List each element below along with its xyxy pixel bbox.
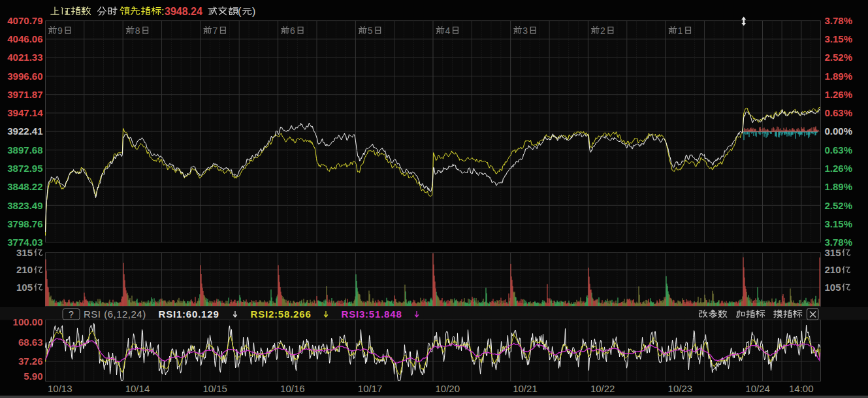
svg-text:37.26: 37.26	[18, 356, 43, 367]
svg-text:3.15%: 3.15%	[825, 33, 853, 44]
svg-text:105: 105	[16, 282, 33, 293]
svg-text:3: 3	[522, 25, 528, 36]
svg-text:3996.60: 3996.60	[7, 71, 42, 82]
svg-text:1.26%: 1.26%	[825, 89, 853, 100]
svg-text:0.63%: 0.63%	[825, 144, 853, 156]
svg-text:210: 210	[825, 264, 841, 275]
svg-text:10/20: 10/20	[436, 383, 460, 394]
svg-text:4: 4	[445, 25, 451, 36]
svg-text:2.52%: 2.52%	[825, 200, 853, 211]
svg-text:210: 210	[16, 264, 33, 275]
svg-text:7: 7	[212, 25, 217, 36]
svg-text:3947.14: 3947.14	[7, 107, 43, 118]
svg-text:10/14: 10/14	[125, 383, 150, 394]
svg-text:): )	[252, 6, 255, 17]
svg-text:14:00: 14:00	[789, 383, 814, 394]
svg-text:3.78%: 3.78%	[825, 15, 853, 26]
svg-text:0.63%: 0.63%	[825, 107, 853, 118]
svg-text:3848.22: 3848.22	[7, 181, 42, 192]
svg-text:3.15%: 3.15%	[825, 218, 853, 229]
svg-text:10/23: 10/23	[668, 383, 693, 394]
svg-text:1.89%: 1.89%	[825, 181, 853, 192]
svg-text:315: 315	[825, 247, 841, 258]
svg-text:10/15: 10/15	[202, 383, 227, 394]
svg-text:3897.68: 3897.68	[7, 144, 42, 156]
svg-text:10/21: 10/21	[513, 383, 538, 394]
svg-text:1.89%: 1.89%	[825, 71, 853, 82]
svg-text:0.00%: 0.00%	[825, 125, 853, 137]
svg-text:10/22: 10/22	[590, 383, 615, 394]
svg-text:9: 9	[57, 25, 63, 36]
svg-text:3872.95: 3872.95	[7, 163, 42, 174]
svg-text:1.26%: 1.26%	[825, 163, 853, 174]
svg-text:315: 315	[16, 247, 33, 258]
svg-text:100.00: 100.00	[13, 316, 43, 327]
svg-text:10/16: 10/16	[280, 383, 305, 394]
svg-text:3823.49: 3823.49	[7, 200, 42, 211]
svg-text:5: 5	[368, 25, 373, 36]
svg-text:3.78%: 3.78%	[825, 237, 853, 248]
svg-text:3798.76: 3798.76	[7, 218, 42, 229]
svg-text:6: 6	[290, 25, 295, 36]
svg-text:3971.87: 3971.87	[7, 89, 42, 100]
svg-text:5.90: 5.90	[24, 371, 42, 382]
svg-text:10/24: 10/24	[745, 383, 770, 394]
svg-text:RSI2:58.266: RSI2:58.266	[251, 308, 312, 320]
svg-text:RSI1:60.129: RSI1:60.129	[159, 308, 219, 320]
svg-text:2: 2	[600, 25, 605, 36]
svg-text:8: 8	[135, 25, 140, 36]
svg-text:10/17: 10/17	[358, 383, 383, 394]
svg-text:RSI (6,12,24): RSI (6,12,24)	[84, 308, 146, 320]
svg-text:105: 105	[825, 282, 841, 293]
svg-text:68.63: 68.63	[18, 337, 43, 348]
svg-text:3774.03: 3774.03	[7, 237, 42, 248]
svg-text:2.52%: 2.52%	[825, 52, 853, 63]
svg-text:RSI3:51.848: RSI3:51.848	[342, 308, 402, 320]
svg-text:3922.41: 3922.41	[7, 125, 42, 137]
svg-text:(: (	[238, 6, 242, 17]
svg-text:1: 1	[678, 25, 683, 36]
svg-text:?: ?	[69, 309, 74, 320]
svg-text:3948.24: 3948.24	[165, 6, 202, 17]
svg-text:4021.33: 4021.33	[7, 52, 42, 63]
svg-text:10/13: 10/13	[48, 383, 72, 394]
svg-text::: :	[161, 6, 164, 17]
svg-text:4046.06: 4046.06	[7, 33, 42, 44]
svg-text:4070.79: 4070.79	[7, 15, 42, 26]
